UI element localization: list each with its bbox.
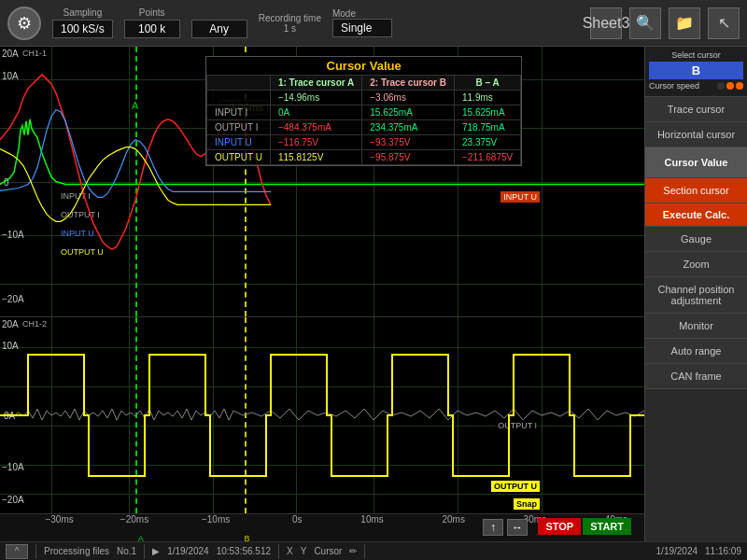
gear-button[interactable]: ⚙ — [7, 7, 41, 40]
main-area: 20A CH1-1 10A 0 −10A −20A A B −3.06ms IN… — [0, 47, 747, 541]
cursor-row4: OUTPUT U 115.8125V −95.875V −211.6875V — [207, 150, 521, 165]
footer-div-2 — [144, 544, 145, 559]
start-button[interactable]: START — [583, 518, 631, 535]
top-bar: ⚙ Sampling 100 kS/s Points 100 k Any Rec… — [0, 0, 747, 47]
stop-start-area: STOP START — [538, 518, 631, 535]
cursor-speed-label: Cursor speed — [649, 81, 699, 91]
cursor-row4-col3: −211.6875V — [455, 150, 521, 165]
cursor-header-row: 1: Trace cursor A 2: Trace cursor B B − … — [207, 76, 521, 91]
can-frame-button[interactable]: CAN frame — [645, 364, 747, 389]
cursor-col2-header: 2: Trace cursor B — [362, 76, 455, 91]
time-tick-10: 10ms — [360, 514, 383, 525]
any-label — [218, 7, 220, 18]
horizontal-cursor-button[interactable]: Horizontal cursor — [645, 122, 747, 147]
chart-bottom: 20A CH1-2 10A 0A −10A −20A OUTPUT I OUTP… — [0, 317, 644, 513]
snap-button[interactable]: Snap — [514, 498, 540, 510]
cursor-row3-col3: 23.375V — [455, 135, 521, 150]
zoom-button[interactable]: Zoom — [645, 252, 747, 277]
mode-select[interactable]: Single — [332, 19, 392, 37]
cursor-b-button[interactable]: B — [649, 62, 743, 79]
cursor-col1-time: −14.96ms — [270, 91, 361, 105]
time-tick-m20: −20ms — [120, 514, 148, 525]
mode-area: Mode Single — [332, 8, 392, 37]
time-axis-inner: −30ms −20ms −10ms 0s 10ms 20ms 30ms 40ms… — [9, 514, 635, 541]
cursor-row2-col2: 234.375mA — [362, 120, 455, 135]
any-field: Any — [191, 7, 247, 38]
monitor-button[interactable]: Monitor — [645, 314, 747, 339]
cursor-col1-header: 1: Trace cursor A — [270, 76, 361, 91]
channel-position-button[interactable]: Channel position adjustment — [645, 277, 747, 314]
cursor-time-row: −14.96ms −3.06ms 11.9ms — [207, 91, 521, 105]
cursor-row1-col1: 0A — [270, 105, 361, 120]
section-cursor-button[interactable]: Section cursor — [645, 178, 747, 203]
sampling-label: Sampling — [63, 7, 103, 18]
cursor-row3-label: INPUT U — [207, 135, 271, 150]
points-label: Points — [139, 7, 165, 18]
execute-calc-button[interactable]: Execute Calc. — [645, 203, 747, 227]
cursor-row2-col3: 718.75mA — [455, 120, 521, 135]
cursor-row2: OUTPUT I −484.375mA 234.375mA 718.75mA — [207, 120, 521, 135]
footer-play-icon: ▶ — [152, 546, 160, 556]
nav-lr-button[interactable]: ↔ — [507, 519, 528, 536]
recording-label: Recording time — [259, 13, 321, 23]
any-value: Any — [191, 20, 247, 38]
recording-sub: 1 s — [284, 23, 296, 34]
processing-num: No.1 — [117, 546, 136, 556]
time-axis-b-marker: B — [245, 534, 250, 543]
recording-time-area: Recording time 1 s — [259, 13, 321, 34]
time-tick-0: 0s — [292, 514, 303, 525]
footer-up-button[interactable]: ^ — [6, 544, 28, 559]
footer-y-label: Y — [301, 546, 307, 556]
top-icons: Sheet3 🔍 📁 ↖ — [590, 7, 740, 39]
cursor-row4-col2: −95.875V — [362, 150, 455, 165]
cursor-value-table: Cursor Value 1: Trace cursor A 2: Trace … — [205, 56, 522, 166]
mode-label: Mode — [332, 8, 356, 19]
footer-div-3 — [278, 544, 279, 559]
bottom-waveform-svg — [0, 317, 644, 513]
trace-cursor-button[interactable]: Trace cursor — [645, 97, 747, 122]
search-button[interactable]: 🔍 — [629, 7, 661, 39]
time-axis-a-marker: A — [138, 534, 144, 543]
cursor-col3-time: 11.9ms — [455, 91, 521, 105]
cursor-row4-label: OUTPUT U — [207, 150, 271, 165]
time-axis: −30ms −20ms −10ms 0s 10ms 20ms 30ms 40ms… — [0, 513, 644, 541]
cursor-row3-col1: −116.75V — [270, 135, 361, 150]
gauge-button[interactable]: Gauge — [645, 227, 747, 252]
speed-dots — [717, 82, 743, 90]
speed-dot-2 — [726, 82, 734, 90]
sampling-value: 100 kS/s — [52, 20, 113, 38]
cursor-value-button[interactable]: Cursor Value — [645, 147, 747, 178]
cursor-col-label — [207, 76, 271, 91]
cursor-row1-label: INPUT I — [207, 105, 271, 120]
nav-up-button[interactable]: ↑ — [483, 519, 503, 536]
time-tick-m10: −10ms — [202, 514, 230, 525]
points-field: Points 100 k — [124, 7, 180, 38]
time-tick-20: 20ms — [442, 514, 464, 525]
cursor-speed-row: Cursor speed — [649, 81, 743, 91]
cursor-table-title: Cursor Value — [206, 57, 521, 75]
cursor-tool-button[interactable]: ↖ — [708, 7, 740, 39]
select-cursor-label: Select cursor — [649, 50, 743, 60]
sampling-field: Sampling 100 kS/s — [52, 7, 113, 38]
points-value: 100 k — [124, 20, 180, 38]
sheet3-button[interactable]: Sheet3 — [590, 7, 622, 39]
speed-dot-1 — [717, 82, 725, 90]
cursor-data-table: 1: Trace cursor A 2: Trace cursor B B − … — [206, 75, 521, 165]
footer-time2: 11:16:09 — [705, 546, 741, 556]
footer-div-1 — [35, 544, 36, 559]
chart-top: 20A CH1-1 10A 0 −10A −20A A B −3.06ms IN… — [0, 47, 644, 317]
sidebar-cursor-controls: Select cursor B Cursor speed — [645, 47, 747, 97]
footer-bar: ^ Processing files No.1 ▶ 1/19/2024 10:5… — [0, 541, 747, 560]
cursor-row3: INPUT U −116.75V −93.375V 23.375V — [207, 135, 521, 150]
cursor-row4-col1: 115.8125V — [270, 150, 361, 165]
cursor-col3-header: B − A — [455, 76, 521, 91]
auto-range-button[interactable]: Auto range — [645, 339, 747, 364]
cursor-time-label — [207, 91, 271, 105]
footer-div-4 — [364, 544, 365, 559]
cursor-row1: INPUT I 0A 15.625mA 15.625mA — [207, 105, 521, 120]
stop-button[interactable]: STOP — [538, 518, 581, 535]
cursor-row1-col3: 15.625mA — [455, 105, 521, 120]
footer-cursor-label: Cursor — [314, 546, 342, 556]
folder-button[interactable]: 📁 — [669, 7, 700, 39]
processing-label: Processing files — [44, 546, 109, 556]
